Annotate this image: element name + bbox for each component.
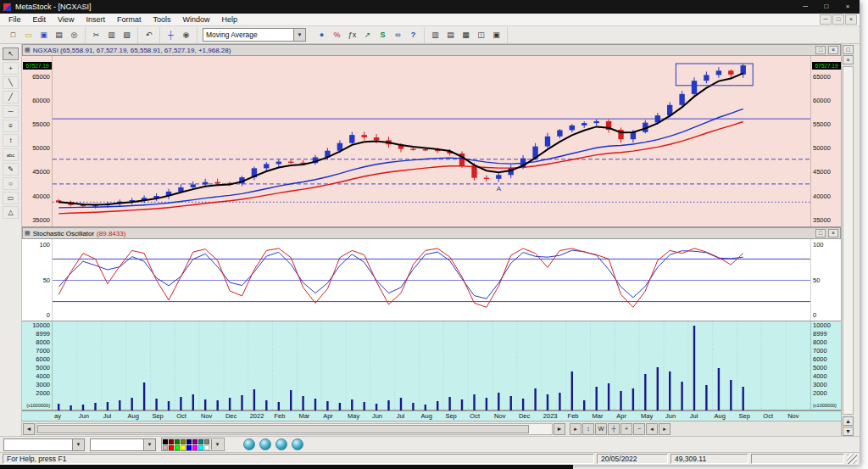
print-preview-button[interactable]: ◎ [67,28,81,42]
horizontal-line-tool[interactable]: ─ [3,105,19,118]
context-help-button[interactable]: ? [406,28,420,42]
triangle-tool[interactable]: △ [3,206,19,219]
explorer-button[interactable]: ∞ [391,28,405,42]
open-chart-button[interactable]: ▭ [21,28,36,42]
color-swatch[interactable] [175,445,180,450]
color-swatch[interactable] [186,445,192,450]
stochastic-panel-close-button[interactable]: × [828,229,838,237]
line-weight-selector[interactable]: ▼ [90,438,156,451]
resize-grip[interactable] [847,454,857,464]
horizontal-scrollbar-track[interactable] [36,423,553,435]
vertical-scrollbar-track[interactable] [843,66,854,415]
minimize-button[interactable]: ─ [797,1,814,13]
new-chart-button[interactable]: □ [6,28,20,42]
tile-rows-button[interactable]: ▤ [443,28,458,42]
price-panel-header[interactable]: ▦ NGXASI (65,558.91, 67,527.19, 65,558.9… [22,44,841,56]
expand-right-button[interactable]: ▸ [570,423,581,435]
color-swatch[interactable] [198,439,203,444]
scroll-left-arrow[interactable]: ◄ [23,423,35,435]
chart-ball-4[interactable] [292,438,303,450]
chart-close-button[interactable]: × [843,55,854,64]
color-swatch[interactable] [198,445,203,450]
page-right-button[interactable]: ▸ [659,423,670,435]
menu-edit[interactable]: Edit [27,14,53,26]
menu-file[interactable]: File [3,14,27,26]
color-swatch[interactable] [175,439,180,444]
undo-button[interactable]: ↶ [142,28,156,42]
chevron-down-icon[interactable]: ▼ [211,439,223,449]
color-swatch[interactable] [204,439,209,444]
price-panel-close-button[interactable]: × [828,46,838,54]
scroll-right-arrow[interactable]: ► [554,423,565,435]
chevron-down-icon[interactable]: ▼ [72,439,84,450]
system-tester-button[interactable]: S [376,28,390,42]
ray-tool[interactable]: ╱ [3,91,19,103]
zoom-in-button[interactable]: + [620,423,632,435]
pencil-tool[interactable]: ✎ [3,163,19,176]
fibonacci-tool[interactable]: ≡ [3,120,19,132]
indicator-selector[interactable]: Moving Average ▼ [203,28,306,42]
save-button[interactable]: ▣ [36,28,51,42]
text-tool[interactable]: abc [3,148,19,161]
cut-button[interactable]: ✂ [89,28,103,42]
price-panel-restore-button[interactable]: □ [815,46,826,54]
color-swatch[interactable] [192,445,198,450]
menu-window[interactable]: Window [176,14,215,26]
tile-columns-button[interactable]: ▥ [428,28,442,42]
rectangle-tool[interactable]: ▭ [3,192,19,204]
ellipse-tool[interactable]: ○ [3,177,19,190]
chevron-down-icon[interactable]: ▼ [293,29,305,41]
color-swatch[interactable] [163,445,168,450]
stochastic-panel-header[interactable]: ▦ Stochastic Oscillator (89.8433) □ × [22,227,841,239]
arrange-button[interactable]: ▣ [489,28,504,42]
child-minimize-button[interactable]: ─ [820,14,832,25]
child-restore-button[interactable]: □ [832,14,844,25]
color-swatch[interactable] [186,439,192,444]
cascade-button[interactable]: ▦ [459,28,473,42]
menu-insert[interactable]: Insert [80,14,111,26]
chevron-down-icon[interactable]: ▼ [143,439,155,450]
indicator-builder-button[interactable]: ƒx [345,28,359,42]
chart-ball-3[interactable] [275,438,287,450]
page-left-button[interactable]: ◂ [646,423,658,435]
pan-button[interactable]: ┼ [164,28,178,42]
volume-plot[interactable] [53,321,810,410]
split-window-button[interactable]: ◫ [474,28,488,42]
maximize-button[interactable]: □ [818,1,835,13]
expert-advisor-button[interactable]: ● [314,28,329,42]
chart-ball-2[interactable] [259,438,271,450]
color-swatch[interactable] [204,445,209,450]
zoom-out-button[interactable]: − [633,423,645,435]
scroll-tool[interactable]: ↕ [3,134,19,147]
close-button[interactable]: × [839,1,856,13]
print-button[interactable]: ▤ [52,28,66,42]
color-swatch[interactable] [181,439,186,444]
price-plot[interactable]: A [53,56,810,226]
chart-restore-button[interactable]: □ [843,45,854,54]
pointer-tool[interactable]: ↖ [3,47,19,60]
chart-ball-1[interactable] [243,438,255,450]
menu-tools[interactable]: Tools [147,14,176,26]
menu-help[interactable]: Help [215,14,243,26]
zoom-button[interactable]: ◉ [179,28,193,42]
color-picker-button[interactable]: ▼ [161,438,225,451]
copy-button[interactable]: ▥ [104,28,119,42]
fit-vertical-button[interactable]: ↕ [582,423,594,435]
child-close-button[interactable]: × [845,14,857,25]
menu-format[interactable]: Format [111,14,147,26]
menu-view[interactable]: View [52,14,80,26]
horizontal-scrollbar-thumb[interactable] [37,425,529,433]
scroll-up-arrow[interactable]: ▲ [843,416,854,426]
scroll-down-arrow[interactable]: ▼ [843,427,854,436]
paste-button[interactable]: ▧ [120,28,134,42]
color-swatch[interactable] [163,439,168,444]
percent-change-button[interactable]: % [330,28,344,42]
color-swatch[interactable] [181,445,186,450]
color-swatch[interactable] [169,445,174,450]
color-swatch[interactable] [169,439,174,444]
crosshair-button[interactable]: ┼ [608,423,620,435]
trend-button[interactable]: ↗ [360,28,375,42]
stochastic-panel-restore-button[interactable]: □ [815,229,826,237]
trendline-tool[interactable]: ╲ [3,76,19,89]
color-swatch[interactable] [192,439,198,444]
